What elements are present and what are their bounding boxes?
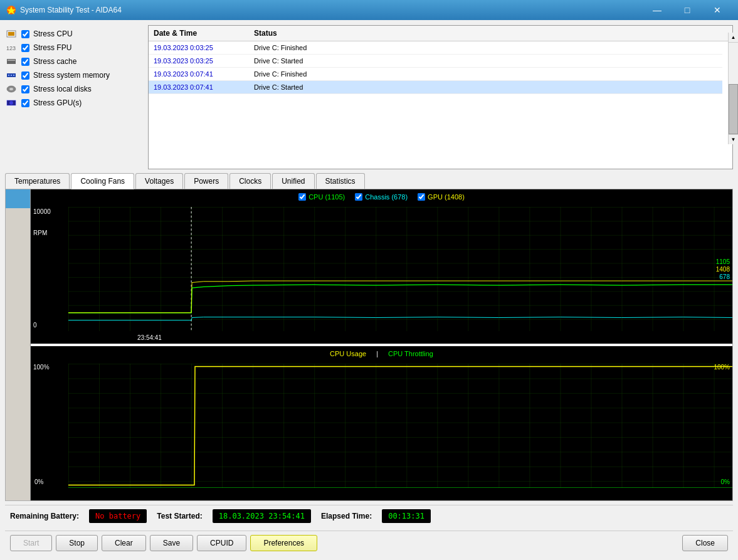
charts-area: CPU (1105) Chassis (678) GPU (1408): [31, 189, 732, 500]
close-button[interactable]: Close: [682, 535, 728, 551]
log-status-2: Drive C: Started: [249, 56, 722, 66]
window-title: System Stability Test - AIDA64: [20, 6, 643, 14]
usage-y-bottom: 0%: [34, 478, 43, 485]
charts-wrapper: CPU (1105) Chassis (678) GPU (1408): [6, 189, 732, 500]
fan-chart-legend: CPU (1105) Chassis (678) GPU (1408): [31, 193, 732, 201]
stress-cpu-checkbox[interactable]: [21, 30, 29, 38]
svg-point-14: [9, 101, 13, 105]
fpu-icon: 123: [6, 43, 18, 52]
log-date-1: 19.03.2023 0:03:25: [149, 43, 249, 53]
scrollbar-down[interactable]: ▼: [729, 134, 733, 144]
stress-fpu-item: 123 Stress FPU: [5, 41, 143, 54]
minimize-button[interactable]: —: [643, 0, 672, 20]
cpu-icon: [6, 29, 18, 38]
gpu-value-right: 1408: [716, 266, 730, 273]
close-window-button[interactable]: ✕: [703, 0, 732, 20]
svg-rect-17: [68, 364, 732, 488]
legend-separator: |: [376, 350, 378, 357]
cpu-usage-chart: CPU Usage | CPU Throttling 100% 0%: [31, 346, 732, 500]
elapsed-time-value: 00:13:31: [382, 509, 431, 523]
cpu-throttling-legend-label: CPU Throttling: [388, 350, 433, 357]
log-date-3: 19.03.2023 0:07:41: [149, 69, 249, 79]
usage-chart-legend: CPU Usage | CPU Throttling: [31, 350, 732, 357]
chassis-value-right: 678: [719, 273, 730, 280]
y-axis-labels: 10000 RPM 0: [33, 208, 51, 329]
tab-powers[interactable]: Powers: [184, 173, 228, 189]
usage-right-top: 100%: [714, 364, 730, 371]
cpuid-button[interactable]: CPUID: [197, 535, 246, 551]
stress-memory-label: Stress system memory: [33, 71, 110, 80]
cache-icon: [6, 57, 18, 66]
stress-disk-label: Stress local disks: [33, 85, 92, 93]
stress-disk-checkbox[interactable]: [21, 85, 29, 93]
log-status-1: Drive C: Finished: [249, 43, 722, 53]
stress-fpu-label: Stress FPU: [33, 43, 71, 52]
tab-content-cooling-fans: CPU (1105) Chassis (678) GPU (1408): [5, 189, 733, 501]
title-bar: System Stability Test - AIDA64 — □ ✕: [0, 0, 738, 20]
scrollbar-up[interactable]: ▲: [729, 33, 733, 43]
save-button[interactable]: Save: [150, 535, 193, 551]
legend-gpu: GPU (1408): [418, 193, 465, 201]
battery-label: Remaining Battery:: [10, 512, 79, 520]
stress-memory-checkbox[interactable]: [21, 71, 29, 80]
legend-gpu-label: GPU (1408): [428, 193, 465, 201]
legend-cpu-checkbox[interactable]: [298, 193, 306, 201]
tab-voltages[interactable]: Voltages: [135, 173, 183, 189]
legend-chassis: Chassis (678): [355, 193, 408, 201]
clear-button[interactable]: Clear: [102, 535, 146, 551]
log-row-highlighted: 19.03.2023 0:07:41 Drive C: Started: [149, 81, 722, 94]
cpu-value-right: 1105: [716, 258, 730, 265]
usage-chart-svg: [68, 364, 732, 488]
stress-gpu-checkbox[interactable]: [21, 99, 29, 107]
svg-rect-3: [8, 32, 14, 36]
button-spacer: [321, 535, 678, 551]
gpu-icon: [6, 98, 18, 107]
stress-gpu-label: Stress GPU(s): [33, 98, 82, 107]
legend-gpu-checkbox[interactable]: [418, 193, 425, 201]
maximize-button[interactable]: □: [673, 0, 702, 20]
legend-cpu: CPU (1105): [298, 193, 345, 201]
svg-rect-9: [11, 75, 12, 76]
svg-rect-8: [8, 75, 9, 76]
stress-cache-checkbox[interactable]: [21, 58, 29, 66]
log-date-4: 19.03.2023 0:07:41: [149, 82, 249, 92]
fan-chart-time: 23:54:41: [137, 334, 162, 341]
test-started-label: Test Started:: [157, 512, 202, 520]
log-row: 19.03.2023 0:07:41 Drive C: Finished: [149, 68, 722, 81]
disk-icon: [6, 85, 18, 93]
cpu-usage-legend-label: CPU Usage: [330, 350, 366, 357]
tabs-bar: Temperatures Cooling Fans Voltages Power…: [5, 173, 733, 189]
test-started-value: 18.03.2023 23:54:41: [213, 509, 311, 523]
stress-cpu-item: Stress CPU: [5, 28, 143, 40]
tab-clocks[interactable]: Clocks: [229, 173, 271, 189]
legend-chassis-checkbox[interactable]: [355, 193, 362, 201]
preferences-button[interactable]: Preferences: [250, 535, 317, 551]
stress-disk-item: Stress local disks: [5, 83, 143, 95]
battery-value: No battery: [89, 509, 147, 523]
svg-point-12: [9, 88, 13, 90]
tab-cooling-fans[interactable]: Cooling Fans: [71, 173, 134, 189]
legend-cpu-label: CPU (1105): [308, 193, 345, 201]
y-label-bottom: 0: [33, 322, 51, 329]
tab-unified[interactable]: Unified: [272, 173, 314, 189]
usage-y-top: 100%: [33, 364, 50, 371]
app-icon: [6, 5, 16, 15]
tab-panel: Temperatures Cooling Fans Voltages Power…: [5, 173, 733, 501]
log-row: 19.03.2023 0:03:25 Drive C: Started: [149, 55, 722, 68]
log-table-body[interactable]: 19.03.2023 0:03:25 Drive C: Finished 19.…: [149, 41, 732, 169]
tab-statistics[interactable]: Statistics: [316, 173, 365, 189]
log-row: 19.03.2023 0:03:25 Drive C: Finished: [149, 41, 722, 55]
legend-chassis-label: Chassis (678): [365, 193, 408, 201]
window-controls: — □ ✕: [643, 0, 732, 20]
sidebar-indicator: [6, 189, 31, 500]
stop-button[interactable]: Stop: [56, 535, 98, 551]
svg-text:123: 123: [6, 45, 16, 51]
status-bar: Remaining Battery: No battery Test Start…: [5, 505, 733, 527]
tab-temperatures[interactable]: Temperatures: [5, 173, 70, 189]
start-button[interactable]: Start: [10, 535, 52, 551]
stress-fpu-checkbox[interactable]: [21, 44, 29, 52]
stress-cache-label: Stress cache: [33, 57, 76, 66]
svg-rect-6: [8, 60, 15, 61]
memory-icon: [6, 71, 18, 80]
stress-gpu-item: Stress GPU(s): [5, 97, 143, 109]
